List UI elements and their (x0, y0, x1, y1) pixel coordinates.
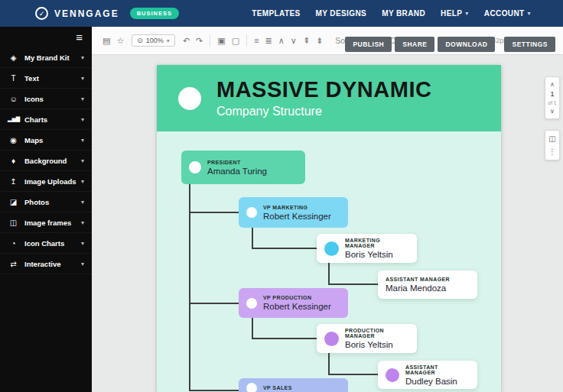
sidebar-item-photos[interactable]: ◪ Photos ▾ (0, 192, 92, 212)
page-navigator: ∧ 1 of 1 ∨ (545, 76, 560, 119)
org-connector-line (189, 390, 239, 391)
frame-icon: ◫ (8, 219, 19, 227)
org-card-president[interactable]: PRESIDENT Amanda Turing (181, 151, 305, 184)
company-title[interactable]: MASSIVE DYNAMIC (216, 79, 431, 101)
role-donut-icon (246, 383, 257, 392)
smiley-icon: ☺ (8, 95, 19, 103)
share-button[interactable]: SHARE (395, 37, 434, 52)
design-page[interactable]: MASSIVE DYNAMIC Company Structure PRESI (157, 65, 501, 392)
interactive-arrows-icon: ⇄ (8, 260, 19, 268)
org-card-vp-marketing[interactable]: VP MARKETING Robert Kessinger (239, 197, 348, 228)
org-connector-line (189, 303, 239, 304)
nav-templates[interactable]: TEMPLATES (252, 9, 300, 18)
sidebar-item-charts[interactable]: ▂▅▇ Charts ▾ (0, 109, 92, 130)
download-button[interactable]: DOWNLOAD (438, 37, 495, 52)
droplet-icon: ♦ (8, 157, 19, 165)
nav-my-brand[interactable]: MY BRAND (382, 9, 425, 18)
chevron-down-icon: ▾ (81, 219, 84, 226)
chevron-down-icon: ▾ (81, 75, 84, 82)
chevron-down-icon: ▾ (81, 240, 84, 247)
collapse-sidebar-button[interactable]: ≡ (0, 27, 92, 47)
page-actions: ◫ ⋮ (545, 130, 560, 160)
redo-icon[interactable]: ↷ (196, 36, 203, 46)
business-plan-badge: BUSINESS (130, 8, 179, 19)
org-connector-line (252, 248, 317, 249)
org-card-production-manager[interactable]: PRODUCTION MANAGER Boris Yeltsin (317, 324, 417, 353)
sidebar-item-my-brand-kit[interactable]: ◈ My Brand Kit ▾ (0, 47, 92, 68)
org-connector-line (328, 263, 330, 285)
align-icon[interactable]: ≡ (254, 36, 259, 45)
nav-help[interactable]: HELP▾ (441, 9, 469, 18)
org-connector-line (328, 374, 378, 375)
editor-toolbar: ▤ ☆ ⊙ 100% ▾ ↶ ↷ ▣ ▢ ≡ ≣ ∧ ∨ ⇞ ⇟ Soft Co… (92, 27, 563, 55)
company-subtitle[interactable]: Company Structure (216, 105, 431, 118)
org-connector-line (189, 212, 239, 213)
role-dot-icon (324, 241, 339, 256)
undo-icon[interactable]: ↶ (183, 36, 190, 46)
canvas-area: MASSIVE DYNAMIC Company Structure PRESI (92, 55, 563, 392)
send-backward-icon[interactable]: ∨ (291, 36, 297, 46)
org-connector-line (189, 184, 190, 391)
page-header-banner[interactable]: MASSIVE DYNAMIC Company Structure (157, 65, 501, 131)
org-connector-line (328, 283, 378, 285)
chevron-down-icon: ▾ (81, 116, 84, 123)
zoom-lens-icon: ⊙ (137, 37, 143, 44)
org-connector-line (328, 353, 330, 375)
nav-account[interactable]: ACCOUNT▾ (484, 9, 531, 18)
venngage-logo[interactable]: ✓ VENNGAGE (35, 7, 119, 20)
more-options-icon[interactable]: ⋮ (548, 147, 556, 156)
top-nav-links: TEMPLATES MY DESIGNS MY BRAND HELP▾ ACCO… (252, 9, 531, 18)
bring-forward-icon[interactable]: ∧ (278, 36, 285, 46)
org-connector-line (252, 228, 253, 249)
page-count: of 1 (548, 100, 557, 105)
current-page-number: 1 (550, 90, 554, 98)
chevron-down-icon: ▾ (81, 157, 84, 164)
hamburger-icon: ≡ (76, 31, 83, 44)
distribute-icon[interactable]: ≣ (265, 36, 272, 46)
lock-icon[interactable]: ▣ (217, 36, 225, 46)
sidebar-item-image-frames[interactable]: ◫ Image frames ▾ (0, 212, 92, 233)
next-page-icon[interactable]: ∨ (550, 108, 555, 115)
role-dot-icon (386, 368, 399, 382)
sidebar-item-background[interactable]: ♦ Background ▾ (0, 151, 92, 171)
previous-page-icon[interactable]: ∧ (550, 81, 555, 88)
company-logo-icon (178, 87, 201, 110)
sidebar-item-image-uploads[interactable]: ↥ Image Uploads ▾ (0, 171, 92, 192)
toolbar-actions: PUBLISH SHARE DOWNLOAD SETTINGS (345, 37, 555, 52)
map-pin-icon: ◉ (8, 136, 19, 144)
duplicate-page-icon[interactable]: ◫ (548, 134, 555, 143)
publish-button[interactable]: PUBLISH (345, 37, 392, 52)
favorite-icon[interactable]: ☆ (116, 36, 124, 46)
send-to-back-icon[interactable]: ⇟ (316, 36, 323, 46)
sidebar-item-maps[interactable]: ◉ Maps ▾ (0, 130, 92, 151)
chevron-down-icon: ▾ (167, 37, 170, 44)
org-connector-line (252, 338, 317, 339)
org-card-vp-production[interactable]: VP PRODUCTION Robert Kessinger (239, 288, 348, 318)
zoom-control[interactable]: ⊙ 100% ▾ (132, 34, 175, 47)
sidebar-item-icons[interactable]: ☺ Icons ▾ (0, 89, 92, 109)
toolbar-divider (210, 34, 210, 47)
org-card-assistant-manager-1[interactable]: ASSISTANT MANAGER Maria Mendoza (378, 271, 477, 299)
nav-my-designs[interactable]: MY DESIGNS (316, 9, 367, 18)
upload-icon: ↥ (8, 177, 19, 186)
brand-name: VENNGAGE (54, 8, 119, 19)
settings-button[interactable]: SETTINGS (504, 37, 555, 52)
chevron-down-icon: ▾ (81, 96, 84, 102)
venngage-logo-icon: ✓ (35, 7, 48, 20)
grid-icon[interactable]: ▤ (103, 36, 110, 46)
org-card-vp-sales[interactable]: VP SALES (239, 378, 348, 392)
bring-to-front-icon[interactable]: ⇞ (303, 36, 310, 46)
top-navbar: ✓ VENNGAGE BUSINESS TEMPLATES MY DESIGNS… (0, 0, 563, 27)
chevron-down-icon: ▾ (81, 199, 84, 206)
unlock-icon[interactable]: ▢ (232, 36, 239, 46)
org-card-marketing-manager[interactable]: MARKETING MANAGER Boris Yeltsin (317, 234, 417, 263)
brand-kit-icon: ◈ (8, 53, 19, 62)
editor-sidebar: ≡ ◈ My Brand Kit ▾ T Text ▾ ☺ Icons ▾ ▂▅… (0, 27, 92, 392)
sidebar-item-interactive[interactable]: ⇄ Interactive ▾ (0, 254, 92, 274)
venngage-editor: ✓ VENNGAGE BUSINESS TEMPLATES MY DESIGNS… (0, 0, 563, 392)
chevron-down-icon: ▾ (528, 10, 531, 17)
sidebar-item-icon-charts[interactable]: ◔ Icon Charts ▾ (0, 233, 92, 254)
sidebar-item-text[interactable]: T Text ▾ (0, 68, 92, 89)
pie-chart-icon: ◔ (8, 239, 19, 248)
org-card-assistant-manager-2[interactable]: ASSISTANT MANAGER Dudley Basin (378, 361, 477, 389)
